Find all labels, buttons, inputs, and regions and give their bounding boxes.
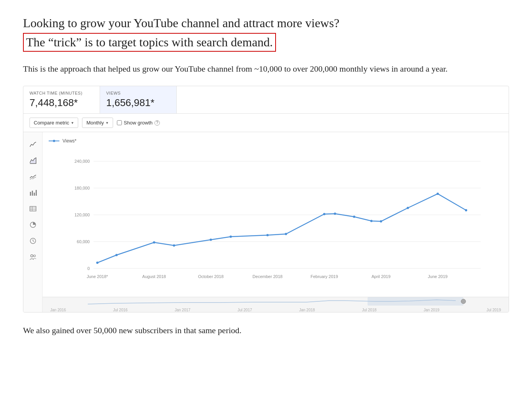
chart-svg-wrapper: 240,000 180,000 120,000 60,000 0 (43, 146, 509, 297)
svg-text:April 2019: April 2019 (371, 274, 391, 279)
compare-metric-label: Compare metric (34, 120, 69, 126)
scroll-label-jul16: Jul 2016 (113, 308, 128, 312)
svg-point-15 (53, 140, 55, 142)
svg-point-39 (407, 207, 409, 209)
svg-point-29 (173, 244, 175, 247)
views-value: 1,656,981* (106, 97, 169, 109)
svg-point-32 (266, 234, 269, 236)
show-growth-checkbox[interactable] (117, 120, 122, 125)
watch-time-value: 7,448,168* (30, 97, 92, 109)
svg-point-41 (465, 209, 467, 211)
svg-point-36 (353, 216, 355, 218)
heading-line2-highlighted: The “trick” is to target topics with sea… (23, 33, 276, 52)
svg-text:December 2018: December 2018 (253, 274, 282, 279)
svg-point-27 (115, 254, 118, 256)
pie-chart-icon[interactable] (28, 219, 38, 230)
monthly-arrow: ▼ (105, 121, 109, 125)
clock-icon[interactable] (28, 236, 38, 246)
svg-text:240,000: 240,000 (74, 159, 90, 164)
compare-metric-arrow: ▼ (71, 121, 74, 125)
scroll-label-jul17: Jul 2017 (238, 308, 252, 312)
scrollbar-row: Jan 2016 Jul 2016 Jan 2017 Jul 2017 Jan … (43, 297, 509, 312)
monthly-button[interactable]: Monthly ▼ (82, 118, 113, 128)
chart-svg: 240,000 180,000 120,000 60,000 0 (46, 146, 501, 295)
scroll-label-jan19: Jan 2019 (424, 308, 439, 312)
scroll-label-jul19: Jul 2019 (486, 308, 501, 312)
controls-row: Compare metric ▼ Monthly ▼ Show growth ? (23, 114, 509, 132)
svg-rect-49 (368, 297, 463, 306)
views-label: VIEWS (106, 91, 169, 95)
footer-paragraph: We also gained over 50,000 new subscribe… (23, 324, 509, 337)
svg-text:120,000: 120,000 (74, 213, 90, 217)
show-growth-label: Show growth (124, 120, 153, 126)
svg-rect-1 (32, 191, 33, 196)
svg-rect-3 (36, 190, 37, 196)
metrics-row: WATCH TIME (MINUTES) 7,448,168* VIEWS 1,… (23, 86, 509, 114)
main-chart-area: Views* 240,000 180,000 120,000 (43, 132, 509, 312)
legend-label: Views* (62, 138, 76, 144)
line-chart-icon[interactable] (28, 139, 38, 150)
svg-point-31 (230, 236, 232, 238)
scrollbar-mini-chart (46, 297, 505, 306)
people-icon[interactable] (28, 252, 38, 262)
svg-text:60,000: 60,000 (77, 239, 90, 244)
watch-time-metric: WATCH TIME (MINUTES) 7,448,168* (23, 86, 100, 113)
bar-chart-icon[interactable] (28, 187, 38, 198)
scroll-label-jan17: Jan 2017 (175, 308, 190, 312)
svg-rect-0 (30, 192, 31, 196)
svg-point-34 (323, 213, 325, 215)
table-icon[interactable] (28, 203, 38, 214)
svg-point-13 (33, 255, 35, 257)
svg-point-12 (31, 255, 33, 257)
monthly-label: Monthly (86, 120, 104, 126)
chart-body: Views* 240,000 180,000 120,000 (23, 132, 509, 312)
compare-metric-button[interactable]: Compare metric ▼ (30, 118, 78, 128)
watch-time-label: WATCH TIME (MINUTES) (30, 91, 92, 95)
svg-point-37 (370, 220, 373, 222)
chart-sidebar (23, 132, 43, 312)
intro-paragraph: This is the approach that helped us grow… (23, 62, 509, 75)
svg-rect-2 (34, 193, 35, 196)
analytics-chart-container: WATCH TIME (MINUTES) 7,448,168* VIEWS 1,… (23, 86, 509, 312)
svg-text:180,000: 180,000 (74, 186, 90, 190)
svg-point-28 (153, 241, 155, 244)
views-metric: VIEWS 1,656,981* (100, 86, 177, 113)
svg-rect-4 (30, 206, 36, 211)
svg-point-35 (334, 213, 336, 215)
svg-point-38 (380, 220, 382, 222)
heading-line1: Looking to grow your YouTube channel and… (23, 15, 509, 31)
chart-legend: Views* (43, 136, 509, 146)
svg-point-26 (96, 262, 99, 264)
svg-point-40 (437, 193, 439, 195)
svg-point-50 (461, 299, 466, 304)
scroll-label-jul18: Jul 2018 (362, 308, 376, 312)
svg-line-11 (33, 241, 34, 242)
show-growth-help-icon[interactable]: ? (154, 120, 160, 126)
svg-text:February 2019: February 2019 (310, 274, 338, 279)
svg-text:0: 0 (87, 266, 90, 271)
scroll-label-jan16: Jan 2016 (50, 308, 66, 312)
svg-text:October 2018: October 2018 (198, 274, 224, 279)
svg-text:June 2019: June 2019 (428, 274, 447, 279)
svg-point-33 (285, 233, 287, 235)
scroll-label-jan18: Jan 2018 (299, 308, 315, 312)
svg-point-30 (210, 239, 212, 241)
svg-text:August 2018: August 2018 (142, 274, 166, 279)
area-chart-icon[interactable] (28, 155, 38, 166)
stacked-area-icon[interactable] (28, 171, 38, 182)
svg-text:June 2018*: June 2018* (87, 274, 108, 279)
show-growth-control[interactable]: Show growth ? (117, 120, 160, 126)
